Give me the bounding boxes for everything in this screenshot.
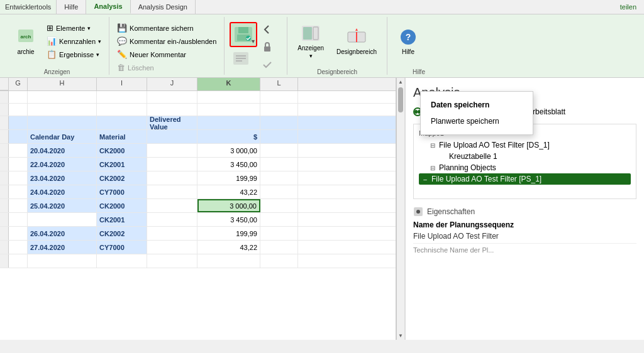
cell[interactable]: [97, 104, 147, 116]
cell[interactable]: [28, 91, 97, 103]
cell[interactable]: [9, 185, 28, 198]
col-header-g[interactable]: G: [9, 78, 28, 90]
cell[interactable]: [147, 185, 197, 198]
aktualisierung-button[interactable]: Designbereich: [331, 19, 382, 63]
material-cell[interactable]: CY7000: [97, 185, 147, 198]
scroll-thumb[interactable]: [398, 87, 403, 112]
hilfe-button[interactable]: ? Hilfe: [392, 19, 424, 63]
value-cell[interactable]: 3 000,00: [197, 144, 260, 157]
cell[interactable]: [147, 158, 197, 171]
tree-item-ps1[interactable]: – File Upload AO Test Filter [PS_1]: [419, 173, 631, 185]
material-cell[interactable]: CK2000: [97, 199, 147, 212]
cell[interactable]: [9, 158, 28, 171]
tree-item-kreuztabelle[interactable]: – Kreuztabelle 1: [419, 151, 631, 162]
tab-analysis-design[interactable]: Analysis Design: [131, 0, 196, 14]
cell[interactable]: [147, 227, 197, 240]
cell[interactable]: [147, 91, 197, 103]
value-cell[interactable]: 3 450,00: [197, 213, 260, 226]
vertical-scrollbar[interactable]: ▲ ▼: [396, 78, 405, 340]
planwerte-speichern-item[interactable]: Planwerte speichern: [421, 113, 533, 129]
tree-item-ds1[interactable]: ⊟ File Upload AO Test Filter [DS_1]: [419, 139, 631, 151]
lock-button[interactable]: [260, 40, 275, 55]
date-cell[interactable]: 23.04.2020: [28, 171, 97, 185]
loeschen-button[interactable]: 🗑 Löschen: [114, 62, 219, 73]
cell[interactable]: [197, 91, 260, 103]
date-cell[interactable]: 22.04.2020: [28, 158, 97, 171]
material-cell[interactable]: CK2001: [97, 213, 147, 226]
cell[interactable]: [147, 241, 197, 254]
daten-speichern-dropdown-button[interactable]: ▾: [230, 22, 257, 47]
ergebnisse-button[interactable]: 📋 Ergebnisse ▾: [44, 48, 104, 60]
selected-cell[interactable]: 3 000,00: [197, 199, 260, 212]
arrow-button-1[interactable]: [260, 22, 275, 37]
neuer-kommentar-button[interactable]: ✏️ Neuer Kommentar: [114, 48, 219, 60]
cell[interactable]: [9, 199, 28, 212]
cell[interactable]: [97, 116, 147, 129]
cell[interactable]: [9, 144, 28, 157]
cell[interactable]: [260, 241, 298, 254]
cell[interactable]: [28, 104, 97, 116]
material-cell[interactable]: CK2000: [97, 144, 147, 157]
value-cell[interactable]: 43,22: [197, 241, 260, 254]
date-cell[interactable]: 27.04.2020: [28, 241, 97, 254]
cell[interactable]: [9, 130, 28, 143]
check-button[interactable]: [260, 57, 275, 72]
cell[interactable]: [28, 116, 97, 129]
cell[interactable]: [260, 104, 298, 116]
cell[interactable]: [260, 91, 298, 103]
kennzahlen-button[interactable]: 📊 Kennzahlen ▾: [44, 35, 104, 47]
tab-hilfe[interactable]: Hilfe: [57, 0, 86, 14]
cell[interactable]: [147, 144, 197, 157]
cell[interactable]: [9, 227, 28, 240]
anzeigen-large-button[interactable]: Anzeigen▾: [292, 19, 329, 63]
cell[interactable]: [9, 171, 28, 185]
col-header-l[interactable]: L: [260, 78, 298, 90]
elemente-button[interactable]: ⊞ Elemente ▾: [44, 22, 104, 34]
material-cell[interactable]: CK2002: [97, 227, 147, 240]
date-cell[interactable]: 24.04.2020: [28, 185, 97, 198]
cell[interactable]: [9, 91, 28, 103]
value-cell[interactable]: 43,22: [197, 185, 260, 198]
cell[interactable]: [147, 213, 197, 226]
cell[interactable]: [28, 254, 97, 268]
cell[interactable]: [260, 185, 298, 198]
col-header-i[interactable]: I: [97, 78, 147, 90]
cell[interactable]: [9, 213, 28, 226]
kommentare-sichern-button[interactable]: 💾 Kommentare sichern: [114, 22, 219, 34]
cell[interactable]: [97, 254, 147, 268]
cell[interactable]: [147, 199, 197, 212]
material-cell[interactable]: CK2001: [97, 158, 147, 171]
planwerte-button[interactable]: [230, 50, 257, 67]
tree-item-planning[interactable]: ⊟ Planning Objects: [419, 162, 631, 173]
cell[interactable]: [28, 213, 97, 226]
daten-speichern-item[interactable]: Daten speichern: [421, 97, 533, 113]
cell[interactable]: [260, 158, 298, 171]
value-cell[interactable]: 199,99: [197, 171, 260, 185]
col-header-h[interactable]: H: [28, 78, 97, 90]
cell[interactable]: [147, 254, 197, 268]
value-cell[interactable]: 199,99: [197, 227, 260, 240]
cell[interactable]: [197, 104, 260, 116]
cell[interactable]: [9, 104, 28, 116]
cell[interactable]: [260, 227, 298, 240]
cell[interactable]: [260, 199, 298, 212]
cell[interactable]: [260, 254, 298, 268]
cell[interactable]: [9, 241, 28, 254]
cell[interactable]: [260, 144, 298, 157]
value-cell[interactable]: 3 450,00: [197, 158, 260, 171]
material-cell[interactable]: CY7000: [97, 241, 147, 254]
cell[interactable]: [97, 91, 147, 103]
cell[interactable]: [9, 254, 28, 268]
cell[interactable]: [260, 171, 298, 185]
scroll-down-arrow[interactable]: ▼: [397, 332, 404, 340]
kommentar-ausblenden-button[interactable]: 💬 Kommentar ein-/ausblenden: [114, 35, 219, 47]
tab-entwicklertools[interactable]: Entwicklertools: [0, 0, 57, 14]
tab-analysis[interactable]: Analysis: [86, 0, 130, 14]
col-header-k[interactable]: K: [197, 78, 260, 90]
date-cell[interactable]: 20.04.2020: [28, 144, 97, 157]
cell[interactable]: [147, 104, 197, 116]
date-cell[interactable]: 26.04.2020: [28, 227, 97, 240]
cell[interactable]: [197, 116, 260, 129]
cell[interactable]: [147, 130, 197, 143]
archie-button[interactable]: arch archie: [10, 19, 42, 63]
